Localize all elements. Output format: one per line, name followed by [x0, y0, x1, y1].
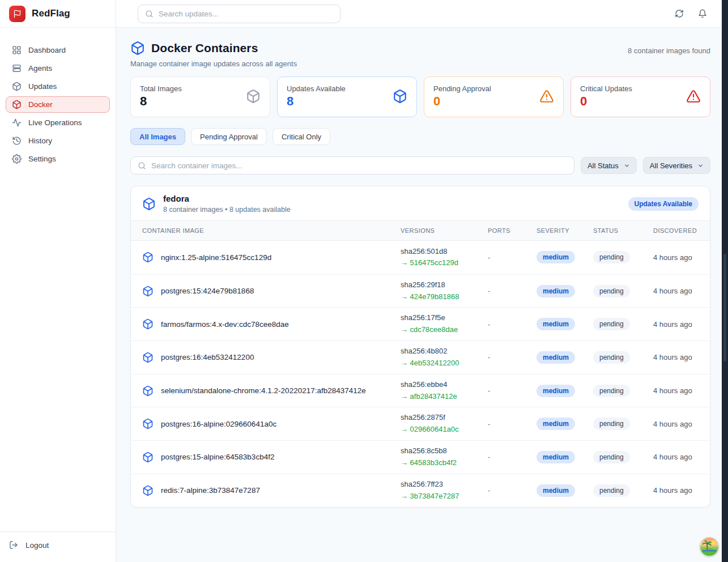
table-body: nginx:1.25-alpine:516475cc129d sha256:50…: [131, 241, 710, 507]
container-image-name: postgres:16-alpine:029660641a0c: [161, 420, 276, 428]
stat-value: 8: [287, 94, 346, 109]
flag-icon: [13, 10, 22, 18]
package-icon: [12, 82, 22, 91]
container-image-name: selenium/standalone-chrome:4.1.2-2022021…: [161, 386, 366, 395]
image-search-input[interactable]: [151, 161, 567, 170]
table-row[interactable]: nginx:1.25-alpine:516475cc129d sha256:50…: [131, 241, 710, 274]
sidebar-footer: Logout: [0, 531, 116, 562]
chevron-down-icon: [697, 163, 704, 169]
ports-value: -: [488, 386, 537, 395]
warning-triangle-icon: [686, 89, 701, 104]
sidebar-item-updates[interactable]: Updates: [6, 78, 110, 95]
version-new: → 029660641a0c: [401, 424, 488, 435]
version-new: → 4eb532412200: [401, 358, 488, 369]
logout-label: Logout: [25, 541, 49, 550]
island-widget-button[interactable]: [700, 537, 719, 556]
search-icon: [138, 161, 146, 170]
version-current: sha256:8c5b8: [401, 446, 488, 457]
status-filter-value: All Status: [587, 161, 619, 170]
stat-card-pending-approval: Pending Approval 0: [424, 76, 564, 117]
table-row[interactable]: postgres:15-alpine:64583b3cb4f2 sha256:8…: [131, 440, 710, 474]
sidebar-item-agents[interactable]: Agents: [6, 60, 110, 76]
stat-label: Pending Approval: [433, 84, 491, 93]
table-row[interactable]: selenium/standalone-chrome:4.1.2-2022021…: [131, 374, 710, 407]
container-icon: [142, 352, 154, 363]
sidebar-item-live-operations[interactable]: Live Operations: [6, 114, 110, 131]
discovered-time: 4 hours ago: [653, 486, 699, 495]
global-search[interactable]: [138, 5, 340, 23]
grid-icon: [12, 45, 22, 55]
stat-card-critical-updates: Critical Updates 0: [571, 76, 710, 117]
version-new: → cdc78cee8dae: [401, 325, 488, 335]
brand-header: RedFlag: [0, 0, 116, 28]
stat-card-updates-available: Updates Available 8: [277, 76, 417, 117]
severity-badge: medium: [537, 418, 575, 430]
table-row[interactable]: postgres:16-alpine:029660641a0c sha256:2…: [131, 407, 710, 440]
sidebar-item-history[interactable]: History: [6, 133, 110, 149]
filter-row: All Status All Severities: [130, 156, 710, 174]
sidebar-item-settings[interactable]: Settings: [6, 151, 110, 167]
version-current: sha256:2875f: [401, 412, 488, 423]
sidebar-item-docker[interactable]: Docker: [6, 96, 110, 113]
global-search-input[interactable]: [159, 10, 333, 18]
ports-value: -: [488, 453, 537, 461]
ports-value: -: [488, 486, 537, 495]
logout-button[interactable]: Logout: [9, 540, 49, 550]
sidebar-item-dashboard[interactable]: Dashboard: [6, 42, 110, 58]
filter-tabs: All Images Pending Approval Critical Onl…: [130, 128, 710, 145]
stat-value: 0: [580, 94, 632, 109]
container-icon: [130, 41, 145, 56]
version-new: → 64583b3cb4f2: [401, 458, 488, 469]
discovered-time: 4 hours ago: [653, 353, 699, 361]
column-header-versions: VERSIONS: [401, 227, 488, 234]
history-icon: [12, 136, 22, 146]
container-icon: [12, 100, 22, 109]
stat-label: Updates Available: [287, 84, 346, 93]
table-row[interactable]: redis:7-alpine:3b73847e7287 sha256:7ff23…: [131, 474, 710, 507]
discovered-time: 4 hours ago: [653, 386, 699, 395]
status-badge: pending: [593, 318, 630, 330]
discovered-time: 4 hours ago: [653, 287, 699, 295]
tab-pending-approval[interactable]: Pending Approval: [191, 128, 267, 145]
severity-badge: medium: [537, 451, 575, 463]
version-new: → afb28437412e: [401, 391, 488, 402]
group-title: fedora: [163, 194, 291, 203]
discovered-time: 4 hours ago: [653, 420, 699, 428]
version-current: sha256:4b802: [401, 346, 488, 357]
stat-value: 8: [140, 94, 182, 109]
scrollbar-thumb[interactable]: [723, 254, 726, 361]
column-header-ports: PORTS: [488, 227, 537, 234]
version-current: sha256:17f5e: [401, 313, 488, 323]
discovered-time: 4 hours ago: [653, 320, 699, 329]
window-edge-strip: [722, 0, 728, 562]
severity-filter-select[interactable]: All Severities: [643, 157, 710, 174]
version-current: sha256:7ff23: [401, 479, 488, 490]
container-icon: [142, 385, 154, 397]
version-new: → 424e79b81868: [401, 292, 488, 303]
severity-badge: medium: [537, 318, 575, 330]
bell-icon: [698, 9, 707, 18]
container-image-name: postgres:16:4eb532412200: [161, 353, 254, 361]
tab-critical-only[interactable]: Critical Only: [273, 128, 330, 145]
image-search[interactable]: [130, 156, 574, 174]
column-header-status: STATUS: [593, 227, 653, 234]
stat-label: Total Images: [140, 84, 182, 93]
refresh-button[interactable]: [674, 8, 685, 19]
status-filter-select[interactable]: All Status: [581, 157, 637, 174]
table-row[interactable]: farmos/farmos:4.x-dev:cdc78cee8dae sha25…: [131, 307, 710, 340]
version-new: → 3b73847e7287: [401, 491, 488, 502]
severity-badge: medium: [537, 385, 575, 397]
sidebar-item-label: Settings: [28, 155, 56, 163]
container-image-name: farmos/farmos:4.x-dev:cdc78cee8dae: [161, 320, 289, 329]
table-row[interactable]: postgres:15:424e79b81868 sha256:29f18 → …: [131, 274, 710, 308]
activity-icon: [12, 118, 22, 127]
tab-all-images[interactable]: All Images: [130, 128, 185, 145]
column-header-severity: SEVERITY: [537, 227, 593, 234]
table-row[interactable]: postgres:16:4eb532412200 sha256:4b802 → …: [131, 340, 710, 374]
image-group-card: fedora 8 container images • 8 updates av…: [130, 186, 710, 508]
container-icon: [142, 418, 154, 429]
topbar-actions: [674, 8, 708, 19]
group-meta: 8 container images • 8 updates available: [163, 206, 291, 214]
notifications-button[interactable]: [697, 8, 708, 19]
status-badge: pending: [593, 451, 630, 463]
